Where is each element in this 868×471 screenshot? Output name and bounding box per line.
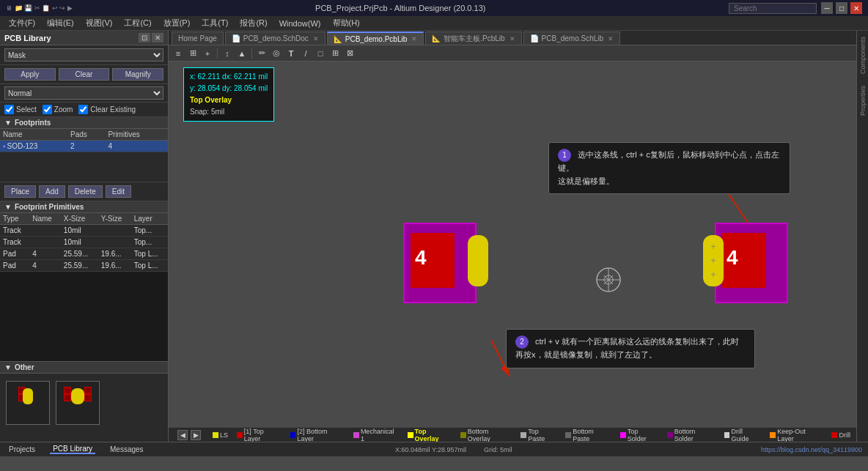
zoom-checkbox[interactable] [43, 105, 52, 114]
tab-smartcar-icon: 📐 [432, 34, 441, 42]
filter-row: Mask [0, 45, 168, 65]
tool-circle[interactable]: ◎ [270, 47, 283, 60]
layer-bottom-overlay[interactable]: Bottom Overlay [457, 428, 515, 442]
toolbar-separator-1 [217, 48, 218, 59]
table-row[interactable]: Pad425.59...19.6...Top L... [0, 260, 168, 272]
footprints-section-header[interactable]: ▼ Footprints [0, 117, 168, 129]
tab-smartcar-close[interactable]: ✕ [510, 35, 515, 42]
select-checkbox[interactable] [4, 105, 14, 114]
menu-view[interactable]: 视图(V) [80, 16, 119, 31]
bottom-nav-projects[interactable]: Projects [6, 445, 38, 453]
panel-float-button[interactable]: ⊡ [139, 33, 150, 42]
primitives-section-label: Footprint Primitives [15, 203, 84, 211]
table-row[interactable]: Track10milTop... [0, 225, 168, 237]
layer-top-solder[interactable]: Top Solder [617, 428, 661, 442]
magnify-button[interactable]: Magnify [112, 68, 163, 81]
tool-up[interactable]: ▲ [235, 47, 249, 60]
close-button[interactable]: ✕ [850, 2, 862, 14]
tool-cross[interactable]: ⊠ [343, 47, 356, 60]
bottom-nav-messages[interactable]: Messages [107, 445, 147, 453]
tool-grid[interactable]: ⊞ [186, 47, 199, 60]
layer-bottom[interactable]: [2] Bottom Layer [287, 428, 347, 442]
footprints-table-container: Name Pads Primitives ▪SOD-123 2 4 [0, 129, 168, 152]
clear-existing-checkbox[interactable] [78, 105, 88, 114]
menu-tools[interactable]: 工具(T) [196, 16, 234, 31]
canvas-area[interactable]: x: 62.211 dx: 62.211 mil y: 28.054 dy: 2… [169, 62, 856, 427]
tab-schlib-label: PCB_demo.SchLib [542, 34, 604, 42]
layer-bottom-solder[interactable]: Bottom Solder [664, 428, 718, 442]
tab-pcb-demo-schlib[interactable]: 📄 PCB_demo.SchLib ✕ [523, 31, 621, 45]
layer-label-top: [1] Top Layer [244, 428, 282, 442]
layer-dot-top-overlay [408, 432, 413, 438]
layer-label-bottom: [2] Bottom Layer [297, 428, 345, 442]
other-section-header[interactable]: ▼ Other [0, 362, 168, 374]
layer-drill[interactable]: Drill [828, 431, 853, 439]
checkbox-row: Select Zoom Clear Existing [0, 103, 168, 117]
menu-place[interactable]: 放置(P) [158, 16, 196, 31]
next-page-button[interactable]: ▶ [191, 430, 201, 440]
menu-window[interactable]: Window(W) [273, 16, 327, 31]
layer-mechanical[interactable]: Mechanical 1 [350, 428, 402, 442]
layer-bottom-paste[interactable]: Bottom Paste [562, 428, 614, 442]
maximize-button[interactable]: □ [836, 2, 847, 14]
tool-pen[interactable]: ✏ [255, 47, 268, 60]
primitives-section-header[interactable]: ▼ Footprint Primitives [0, 201, 168, 213]
tab-home-label: Home Page [178, 34, 217, 42]
sidebar-tab-components[interactable]: Components [858, 34, 868, 77]
tool-add[interactable]: + [201, 47, 214, 60]
footprints-section-label: Footprints [15, 119, 51, 127]
tab-schlib-close[interactable]: ✕ [608, 35, 614, 42]
tab-pcb-demo-pcblib[interactable]: 📐 PCB_demo.PcbLib ✕ [327, 31, 424, 45]
minimize-button[interactable]: ─ [821, 2, 833, 14]
tool-box[interactable]: ⊞ [328, 47, 342, 60]
menu-reports[interactable]: 报告(R) [234, 16, 273, 31]
normal-row: Normal [0, 84, 168, 103]
panel-close-button[interactable]: ✕ [152, 33, 163, 42]
table-row[interactable]: ▪SOD-123 2 4 [0, 141, 168, 152]
clear-existing-checkbox-label[interactable]: Clear Existing [78, 105, 136, 114]
tool-line[interactable]: / [299, 47, 312, 60]
tool-chart[interactable]: ↕ [221, 47, 234, 60]
sidebar-tab-properties[interactable]: Properties [858, 83, 868, 119]
fp-col-name: Name [0, 129, 67, 141]
tab-pcb-demo-schdoc[interactable]: 📄 PCB_demo.SchDoc ✕ [225, 31, 326, 45]
tool-text[interactable]: T [284, 47, 298, 60]
bottom-nav-pcb-library[interactable]: PCB Library [50, 445, 95, 454]
thumbnail-1[interactable] [6, 381, 50, 425]
place-button[interactable]: Place [4, 185, 36, 198]
tooltip-1-num: 1 [558, 149, 571, 162]
footprints-collapse-icon: ▼ [4, 119, 12, 127]
tool-filter[interactable]: ≡ [172, 47, 185, 60]
thumbnail-2[interactable] [56, 381, 100, 425]
tab-schdoc-close[interactable]: ✕ [313, 35, 319, 42]
menu-edit[interactable]: 编辑(E) [41, 16, 80, 31]
menu-project[interactable]: 工程(C) [118, 16, 157, 31]
layer-keepout[interactable]: Keep-Out Layer [767, 428, 825, 442]
table-row[interactable]: Track10milTop... [0, 237, 168, 248]
delete-button[interactable]: Delete [68, 185, 103, 198]
clear-button[interactable]: Clear [59, 68, 110, 81]
zoom-checkbox-label[interactable]: Zoom [43, 105, 73, 114]
layer-dot-drill-guide [724, 432, 730, 438]
layer-top-paste[interactable]: Top Paste [518, 428, 559, 442]
tab-smart-car[interactable]: 📐 智能车主板.PcbLib ✕ [425, 31, 521, 45]
search-input[interactable] [729, 3, 817, 14]
prev-page-button[interactable]: ◀ [177, 430, 188, 440]
layer-label-drill: Drill [839, 431, 850, 439]
mask-dropdown[interactable]: Mask [4, 48, 163, 62]
menu-help[interactable]: 帮助(H) [327, 16, 366, 31]
menu-file[interactable]: 文件(F) [3, 16, 41, 31]
table-row[interactable]: Pad425.59...19.6...Top L... [0, 248, 168, 260]
add-button[interactable]: Add [39, 185, 65, 198]
normal-dropdown[interactable]: Normal [4, 86, 163, 100]
tab-pcblib-close[interactable]: ✕ [411, 35, 417, 42]
select-checkbox-label[interactable]: Select [4, 105, 37, 114]
layer-top-overlay[interactable]: Top Overlay [405, 428, 455, 442]
tool-rect[interactable]: □ [314, 47, 327, 60]
layer-drill-guide[interactable]: Drill Guide [721, 428, 765, 442]
edit-button[interactable]: Edit [106, 185, 131, 198]
footprints-table: Name Pads Primitives ▪SOD-123 2 4 [0, 129, 168, 152]
apply-button[interactable]: Apply [4, 68, 56, 81]
tab-home[interactable]: Home Page [172, 31, 224, 45]
layer-top[interactable]: [1] Top Layer [234, 428, 284, 442]
